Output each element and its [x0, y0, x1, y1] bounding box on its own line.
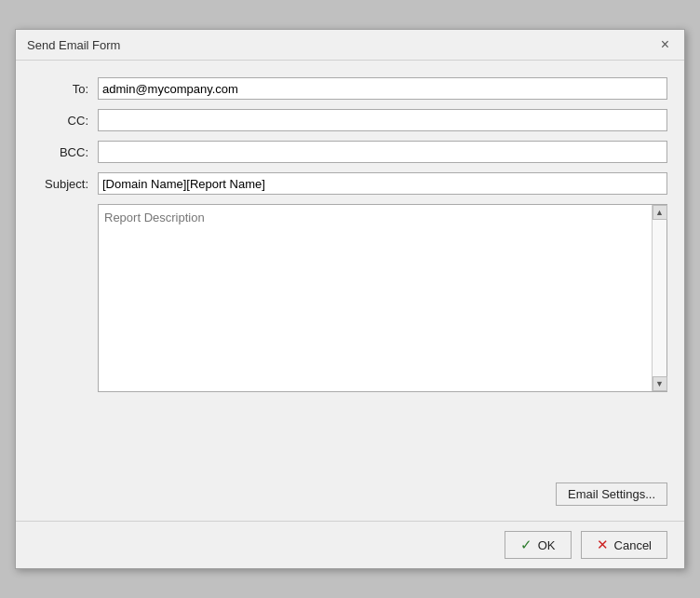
- subject-row: Subject:: [33, 172, 667, 195]
- body-row: ▲ ▼: [33, 204, 667, 466]
- bcc-label: BCC:: [33, 145, 98, 159]
- scroll-down-arrow[interactable]: ▼: [653, 376, 667, 391]
- ok-button[interactable]: ✓ OK: [505, 531, 572, 559]
- bcc-input[interactable]: [98, 141, 667, 163]
- to-label: To:: [33, 82, 98, 96]
- body-textarea[interactable]: [99, 205, 652, 391]
- scrollbar: ▲ ▼: [652, 205, 666, 391]
- send-email-dialog: Send Email Form × To: CC: BCC: Subject:: [15, 29, 685, 569]
- body-wrapper: ▲ ▼: [98, 204, 667, 392]
- dialog-title: Send Email Form: [27, 38, 120, 52]
- to-row: To:: [33, 77, 667, 100]
- to-input[interactable]: [98, 77, 667, 100]
- cc-input[interactable]: [98, 109, 667, 131]
- scroll-up-arrow[interactable]: ▲: [653, 205, 667, 220]
- close-button[interactable]: ×: [657, 37, 673, 52]
- email-settings-row: Email Settings...: [33, 475, 667, 510]
- dialog-footer: ✓ OK ✕ Cancel: [16, 521, 684, 568]
- subject-input[interactable]: [98, 172, 667, 195]
- cancel-label: Cancel: [614, 538, 652, 552]
- cc-row: CC:: [33, 109, 667, 131]
- subject-label: Subject:: [33, 177, 98, 191]
- cc-label: CC:: [33, 114, 98, 128]
- ok-label: OK: [538, 538, 556, 552]
- cancel-x-icon: ✕: [597, 537, 609, 553]
- scrollbar-thumb-area: [653, 220, 666, 376]
- bcc-row: BCC:: [33, 141, 667, 163]
- cancel-button[interactable]: ✕ Cancel: [581, 531, 667, 559]
- title-bar: Send Email Form ×: [16, 30, 684, 61]
- dialog-body: To: CC: BCC: Subject: ▲ ▼: [16, 61, 684, 521]
- email-settings-button[interactable]: Email Settings...: [556, 482, 667, 506]
- ok-check-icon: ✓: [520, 537, 532, 553]
